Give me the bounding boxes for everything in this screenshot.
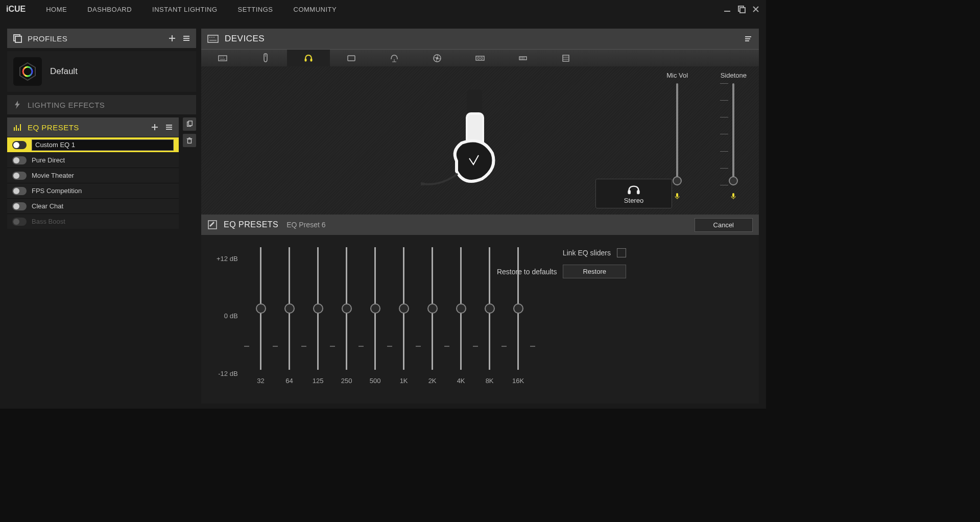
svg-rect-68 — [732, 193, 734, 197]
mic-volume-slider[interactable]: Mic Vol — [666, 72, 689, 200]
preset-label: Movie Theater — [32, 172, 74, 179]
svg-rect-45 — [348, 56, 355, 61]
sidetone-slider[interactable]: Sidetone — [721, 72, 747, 200]
eq-body: +12 dB 0 dB -12 dB 32641252505001K2K4K8K… — [201, 235, 759, 404]
preset-toggle[interactable] — [12, 187, 27, 195]
svg-rect-57 — [563, 55, 569, 61]
device-mousepad-icon[interactable] — [330, 50, 373, 66]
eq-name-input[interactable] — [286, 221, 389, 229]
profile-row[interactable]: Default — [7, 51, 196, 92]
restore-button[interactable]: Restore — [563, 265, 626, 278]
keyboard-header-icon — [207, 35, 219, 43]
profiles-header[interactable]: PROFILES — [7, 29, 196, 48]
preset-toggle[interactable] — [12, 202, 27, 210]
profiles-title: PROFILES — [28, 34, 162, 43]
preset-label: Pure Direct — [32, 156, 65, 164]
svg-marker-14 — [15, 101, 20, 109]
copy-preset-button[interactable] — [183, 117, 196, 131]
svg-rect-65 — [637, 190, 639, 194]
eq-panel-title: EQ PRESETS — [224, 220, 278, 229]
preset-row-1[interactable]: Pure Direct — [7, 152, 179, 168]
preset-toggle[interactable] — [12, 156, 27, 164]
eq-slider-500[interactable] — [364, 247, 387, 370]
preset-list: Pure DirectMovie TheaterFPS CompetitionC… — [7, 137, 179, 229]
svg-rect-44 — [310, 59, 312, 61]
device-preview: Stereo Mic Vol Sidetone — [201, 66, 759, 215]
svg-rect-37 — [219, 56, 227, 61]
preset-row-4[interactable]: Clear Chat — [7, 198, 179, 213]
eq-slider-64[interactable] — [278, 247, 301, 370]
device-stand-icon[interactable] — [373, 50, 416, 66]
stereo-mode-button[interactable]: Stereo — [595, 179, 672, 208]
eq-slider-4K[interactable] — [449, 247, 473, 370]
link-eq-checkbox[interactable] — [617, 248, 626, 257]
sidetone-mic-icon — [730, 193, 737, 200]
title-bar: iCUE HOME DASHBOARD INSTANT LIGHTING SET… — [0, 0, 766, 18]
preset-label: Clear Chat — [32, 202, 63, 210]
eq-slider-250[interactable] — [335, 247, 358, 370]
preset-row-2[interactable]: Movie Theater — [7, 168, 179, 183]
preset-toggle[interactable] — [12, 141, 27, 149]
eq-slider-125[interactable] — [306, 247, 330, 370]
svg-rect-60 — [467, 89, 482, 115]
eq-slider-2K[interactable] — [421, 247, 444, 370]
svg-rect-66 — [676, 193, 678, 197]
add-profile-icon[interactable] — [168, 34, 177, 43]
eq-slider-1K[interactable] — [392, 247, 416, 370]
device-headset-icon[interactable] — [287, 50, 330, 66]
device-fan-icon[interactable] — [416, 50, 459, 66]
nav-instant-lighting[interactable]: INSTANT LIGHTING — [152, 6, 217, 13]
preset-row-0[interactable] — [7, 137, 179, 152]
device-gpu-icon[interactable] — [459, 50, 501, 66]
preset-menu-icon[interactable] — [164, 123, 174, 132]
device-keyboard-icon[interactable] — [201, 50, 244, 66]
nav-settings[interactable]: SETTINGS — [238, 6, 273, 13]
delete-preset-button[interactable] — [183, 134, 196, 147]
mic-icon — [674, 193, 681, 200]
restore-label: Restore to defaults — [497, 268, 557, 276]
eq-freq-label: 4K — [457, 377, 465, 385]
svg-rect-25 — [188, 121, 192, 126]
menu-icon[interactable] — [182, 34, 191, 43]
headset-image — [421, 84, 523, 197]
nav-dashboard[interactable]: DASHBOARD — [87, 6, 132, 13]
bolt-icon — [12, 100, 22, 110]
close-icon[interactable] — [752, 5, 760, 13]
svg-rect-16 — [16, 125, 17, 131]
svg-rect-43 — [305, 59, 306, 61]
edit-icon[interactable] — [207, 220, 218, 230]
eq-freq-label: 125 — [313, 377, 324, 385]
minimize-icon[interactable] — [723, 5, 731, 13]
preset-row-5[interactable]: Bass Boost — [7, 213, 179, 229]
nav-home[interactable]: HOME — [46, 6, 67, 13]
svg-rect-26 — [188, 139, 192, 143]
devices-title: DEVICES — [225, 34, 737, 44]
lighting-effects-header[interactable]: LIGHTING EFFECTS — [7, 95, 196, 114]
eq-slider-32[interactable] — [249, 247, 273, 370]
add-preset-icon[interactable] — [150, 123, 159, 132]
maximize-icon[interactable] — [737, 5, 746, 13]
preset-toggle[interactable] — [12, 172, 27, 180]
device-cooler-icon[interactable] — [544, 50, 587, 66]
device-ram-icon[interactable] — [501, 50, 544, 66]
nav-community[interactable]: COMMUNITY — [294, 6, 337, 13]
preset-name-input[interactable] — [32, 139, 174, 151]
eq-freq-label: 500 — [370, 377, 381, 385]
eq-icon — [12, 122, 22, 132]
svg-rect-6 — [15, 36, 21, 42]
app-logo: iCUE — [6, 5, 26, 14]
profiles-icon — [12, 33, 22, 43]
mic-vol-label: Mic Vol — [666, 72, 688, 79]
device-mouse-icon[interactable] — [244, 50, 287, 66]
svg-point-52 — [481, 57, 483, 59]
profile-name: Default — [50, 66, 78, 77]
eq-axis: +12 dB 0 dB -12 dB — [217, 255, 238, 377]
svg-rect-15 — [14, 127, 15, 131]
preset-row-3[interactable]: FPS Competition — [7, 183, 179, 198]
preset-label: FPS Competition — [32, 187, 82, 195]
lighting-title: LIGHTING EFFECTS — [28, 101, 191, 109]
preset-toggle[interactable] — [12, 218, 27, 226]
cancel-button[interactable]: Cancel — [695, 218, 753, 232]
eq-presets-header[interactable]: EQ PRESETS — [7, 117, 179, 137]
devices-settings-icon[interactable] — [744, 34, 753, 43]
